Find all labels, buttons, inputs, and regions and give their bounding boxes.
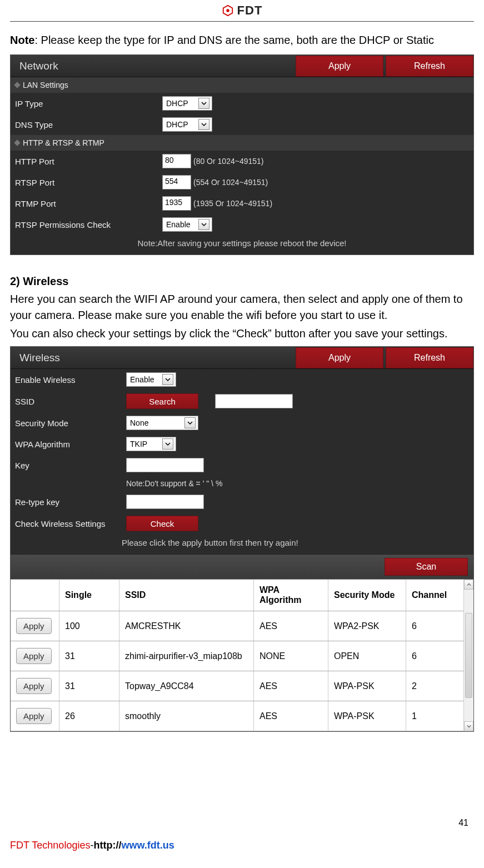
rtsp-port-label: RTSP Port (15, 178, 162, 187)
security-mode-label: Security Mode (15, 418, 126, 428)
scroll-up-icon[interactable] (464, 580, 473, 590)
scroll-thumb[interactable] (465, 613, 472, 698)
network-refresh-button[interactable]: Refresh (386, 56, 473, 77)
brand-text: FDT (237, 3, 263, 18)
cell-wpa: AES (254, 611, 328, 641)
scan-bar: Scan (11, 554, 473, 579)
chevron-down-icon (184, 417, 196, 428)
wireless-title: Wireless (11, 352, 296, 364)
ip-type-select[interactable]: DHCP (162, 96, 212, 111)
cell-channel: 1 (406, 701, 458, 731)
ssid-input[interactable] (215, 394, 293, 408)
wireless-panel-header: Wireless Apply Refresh (11, 347, 473, 369)
table-row: Apply 100 AMCRESTHK AES WPA2-PSK 6 (11, 611, 463, 641)
wireless-panel: Wireless Apply Refresh Enable Wireless E… (10, 346, 474, 732)
check-button[interactable]: Check (126, 516, 198, 531)
row-apply-button[interactable]: Apply (16, 708, 52, 724)
http-port-label: HTTP Port (15, 157, 162, 166)
col-apply (11, 580, 59, 611)
page-footer: FDT Technologies-http://www.fdt.us (10, 840, 474, 851)
fdt-logo-icon (222, 4, 234, 17)
http-port-hint: (80 Or 1024~49151) (193, 157, 263, 166)
http-rtsp-label: HTTP & RTSP & RTMP (23, 138, 104, 147)
wireless-panel-note: Please click the apply button first then… (11, 535, 473, 554)
enable-wireless-select[interactable]: Enable (126, 372, 176, 387)
page-header: FDT (10, 0, 474, 22)
network-panel-note: Note:After saving your settings please r… (11, 235, 473, 255)
note-text: : Please keep the type for IP and DNS ar… (34, 34, 434, 46)
wireless-refresh-button[interactable]: Refresh (386, 347, 473, 368)
row-apply-button[interactable]: Apply (16, 678, 52, 694)
scan-button[interactable]: Scan (385, 558, 468, 576)
ip-type-label: IP Type (15, 99, 162, 108)
retype-key-label: Re-type key (15, 497, 126, 507)
diamond-icon (14, 139, 20, 146)
wpa-algorithm-select[interactable]: TKIP (126, 437, 176, 451)
rtsp-port-hint: (554 Or 1024~49151) (193, 178, 268, 187)
col-single: Single (59, 580, 119, 611)
diamond-icon (14, 82, 20, 88)
lan-settings-section: LAN Settings (11, 77, 473, 93)
note-label: Note (10, 34, 34, 46)
svg-point-0 (226, 9, 229, 12)
row-apply-button[interactable]: Apply (16, 618, 52, 634)
cell-mode: WPA2-PSK (328, 611, 406, 641)
ssid-search-button[interactable]: Search (126, 393, 198, 409)
row-apply-button[interactable]: Apply (16, 648, 52, 664)
network-panel: Network Apply Refresh LAN Settings IP Ty… (10, 54, 474, 255)
rtsp-perm-select[interactable]: Enable (162, 217, 212, 232)
cell-wpa: AES (254, 701, 328, 731)
security-mode-value: None (130, 418, 182, 427)
cell-channel: 6 (406, 641, 458, 671)
chevron-down-icon (198, 219, 209, 230)
security-mode-select[interactable]: None (126, 416, 198, 430)
rtmp-port-input[interactable]: 1935 (162, 196, 191, 211)
col-ssid: SSID (119, 580, 254, 611)
rtmp-port-label: RTMP Port (15, 199, 162, 208)
footer-url-prefix: http:// (93, 840, 121, 851)
cell-mode: WPA-PSK (328, 671, 406, 701)
dns-type-label: DNS Type (15, 120, 162, 129)
dns-type-select[interactable]: DHCP (162, 117, 212, 132)
wireless-p2: You can also check your settings by clic… (10, 326, 474, 342)
check-settings-label: Check Wireless Settings (15, 519, 126, 528)
table-row: Apply 31 Topway_A9CC84 AES WPA-PSK 2 (11, 671, 463, 701)
cell-single: 26 (59, 701, 119, 731)
table-scrollbar[interactable] (463, 580, 473, 731)
wpa-algorithm-label: WPA Algorithm (15, 440, 126, 449)
chevron-down-icon (198, 98, 209, 109)
rtmp-port-hint: (1935 Or 1024~49151) (193, 199, 272, 208)
enable-wireless-label: Enable Wireless (15, 375, 126, 385)
retype-key-input[interactable] (126, 495, 204, 509)
cell-single: 31 (59, 671, 119, 701)
ssid-label: SSID (15, 397, 126, 406)
cell-ssid: zhimi-airpurifier-v3_miap108b (119, 641, 254, 671)
rtsp-port-input[interactable]: 554 (162, 175, 191, 189)
scroll-down-icon[interactable] (464, 721, 473, 731)
cell-channel: 2 (406, 671, 458, 701)
lan-settings-label: LAN Settings (23, 81, 68, 89)
http-rtsp-section: HTTP & RTSP & RTMP (11, 135, 473, 151)
footer-url: www.fdt.us (121, 840, 174, 851)
chevron-down-icon (162, 374, 173, 385)
wireless-apply-button[interactable]: Apply (296, 347, 383, 368)
key-input[interactable] (126, 458, 204, 472)
cell-single: 100 (59, 611, 119, 641)
table-row: Apply 31 zhimi-airpurifier-v3_miap108b N… (11, 641, 463, 671)
col-wpa: WPA Algorithm (254, 580, 328, 611)
col-channel: Channel (406, 580, 458, 611)
cell-single: 31 (59, 641, 119, 671)
cell-ssid: Topway_A9CC84 (119, 671, 254, 701)
cell-mode: OPEN (328, 641, 406, 671)
http-port-input[interactable]: 80 (162, 154, 191, 168)
cell-mode: WPA-PSK (328, 701, 406, 731)
rtsp-perm-value: Enable (166, 220, 196, 229)
rtsp-perm-label: RTSP Permissions Check (15, 220, 162, 230)
wireless-heading: 2) Wireless (10, 275, 474, 288)
key-note: Note:Do't support & = ' " \ % (126, 479, 222, 488)
network-apply-button[interactable]: Apply (296, 56, 383, 77)
note-line: Note: Please keep the type for IP and DN… (10, 34, 474, 47)
wireless-p1: Here you can search the WIFI AP around y… (10, 291, 474, 323)
chevron-down-icon (162, 438, 173, 450)
network-title: Network (11, 60, 296, 72)
